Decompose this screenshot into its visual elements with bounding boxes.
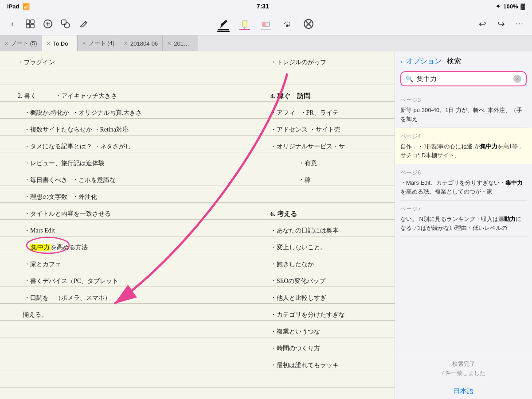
result-text-7: ない。 N別に見るランキング・収入は源動力になる .つばが続かない理由・低いレベ… <box>400 215 527 232</box>
bluetooth-icon: ✦ <box>496 3 501 10</box>
search-box: 🔍 × <box>400 71 527 86</box>
status-right: ✦ 100% ▓ <box>496 3 525 10</box>
result-item-page4[interactable]: ページ4 自作．・1日記事の心にね逃 が集中力を高1等．サチコ* D本棚サイト、 <box>395 128 532 164</box>
chevron-left-icon: ‹ <box>400 58 403 65</box>
more-button[interactable]: ··· <box>512 17 527 31</box>
search-panel-header: ‹ オプション 検索 <box>395 51 532 70</box>
clear-search-button[interactable]: × <box>513 75 521 83</box>
result-item-page7[interactable]: ページ7 ない。 N別に見るランキング・収入は源動力になる .つばが続かない理由… <box>400 201 527 237</box>
svg-rect-0 <box>26 20 30 23</box>
tab-201x[interactable]: ✕ 201… <box>163 35 198 51</box>
result-page-label-6: ページ6 <box>400 169 527 177</box>
tab-label-note4: ノート (4) <box>89 39 115 47</box>
result-page-label-7: ページ7 <box>400 205 527 213</box>
notebook-page: ・プラグイン 2. 書く ・アイキャッチ大きさ ・概説か.特化か ・オリジナル写… <box>0 51 395 399</box>
result-text-4: 自作．・1日記事の心にね逃 が集中力を高1等．サチコ* D本棚サイト、 <box>400 142 527 159</box>
shapes-button[interactable] <box>59 17 73 31</box>
tab-label-201804: 201804-06 <box>130 40 158 47</box>
device-label: iPad <box>7 3 19 10</box>
notebook-content-left: ・プラグイン 2. 書く ・アイキャッチ大きさ ・概説か.特化か ・オリジナル写… <box>18 51 275 323</box>
battery-icon: ▓ <box>521 3 525 10</box>
add-button[interactable] <box>41 17 55 31</box>
tab-close-201x[interactable]: ✕ <box>167 41 171 46</box>
tab-close-todo[interactable]: ✕ <box>47 41 51 46</box>
svg-rect-14 <box>262 22 266 27</box>
tab-label-note5: ノート (5) <box>11 39 37 47</box>
time-display: 7:31 <box>257 3 269 10</box>
tab-label-201x: 201… <box>174 40 193 47</box>
tab-label-todo: To Do <box>53 40 73 47</box>
search-icon: 🔍 <box>406 75 413 82</box>
toolbar-right: ↩ ↪ ··· <box>475 17 527 31</box>
search-results: ページ3 新等 pu 300-40。1日 力が、斬べ_本外注、（手を加え ページ… <box>395 92 532 354</box>
svg-point-7 <box>64 23 70 28</box>
tab-close-201804[interactable]: ✕ <box>124 41 128 46</box>
language-button[interactable]: 日本語 <box>395 384 532 399</box>
search-panel-title: 検索 <box>447 57 461 66</box>
search-footer: 検索完了 4件一致しました <box>395 354 532 384</box>
result-text-6: ・Mars Edit、カテゴリを分りすぎない・集中力を高める琺。複業としてのつが… <box>400 178 527 196</box>
undo-button[interactable]: ↩ <box>475 17 489 31</box>
options-button[interactable]: オプション <box>406 57 442 66</box>
tab-todo[interactable]: ✕ To Do <box>42 35 78 51</box>
search-complete-label: 検索完了 4件一致しました <box>400 360 527 378</box>
result-page-label-4: ページ4 <box>400 132 527 140</box>
highlighter-tool[interactable] <box>238 17 252 31</box>
pen-tool[interactable] <box>216 17 231 31</box>
toolbar-center <box>216 17 316 31</box>
edit-button[interactable] <box>76 17 90 31</box>
result-item-page6[interactable]: ページ6 ・Mars Edit、カテゴリを分りすぎない・集中力を高める琺。複業と… <box>400 164 527 201</box>
result-page-label-3: ページ3 <box>400 96 527 104</box>
notebook-content-right: ・トレジルのがっフ 4. 稼ぐ 訪問 ・アフィ ・PR、ライテ ・アドセンス ・… <box>270 51 386 374</box>
result-item-page3[interactable]: ページ3 新等 pu 300-40。1日 力が、斬べ_本外注、（手を加え <box>400 92 527 128</box>
svg-rect-2 <box>26 24 30 28</box>
svg-point-15 <box>286 25 288 27</box>
status-left: iPad 📶 <box>7 3 30 10</box>
search-box-container: 🔍 × <box>395 70 532 92</box>
tab-close-note5[interactable]: ✕ <box>4 41 8 46</box>
search-complete-count: 4件一致しました <box>400 369 527 378</box>
svg-rect-1 <box>31 20 34 23</box>
tabs-bar: ✕ ノート (5) ✕ To Do ✕ ノート (4) ✕ 201804-06 … <box>0 35 532 51</box>
search-input[interactable] <box>417 75 510 83</box>
result-text-3: 新等 pu 300-40。1日 力が、斬べ_本外注、（手を加え <box>400 106 527 123</box>
status-bar: iPad 📶 7:31 ✦ 100% ▓ <box>0 0 532 12</box>
redo-button[interactable]: ↪ <box>494 17 508 31</box>
toolbar-left: ‹ <box>5 17 90 31</box>
tab-note4[interactable]: ✕ ノート (4) <box>78 35 120 51</box>
svg-rect-3 <box>31 24 34 28</box>
eraser-tool[interactable] <box>259 17 273 31</box>
search-panel: ‹ オプション 検索 🔍 × ページ3 新等 pu 300-40。1日 力が、斬… <box>395 51 532 399</box>
cross-circle-tool[interactable] <box>301 17 316 31</box>
svg-line-9 <box>85 22 86 23</box>
toolbar: ‹ <box>0 12 532 35</box>
battery-label: 100% <box>503 3 518 10</box>
main-area: ・プラグイン 2. 書く ・アイキャッチ大きさ ・概説か.特化か ・オリジナル写… <box>0 51 532 399</box>
lasso-tool[interactable] <box>280 17 294 31</box>
tab-201804[interactable]: ✕ 201804-06 <box>119 35 163 51</box>
wifi-icon: 📶 <box>23 3 30 10</box>
svg-rect-8 <box>62 20 66 24</box>
svg-rect-11 <box>243 20 247 27</box>
back-button[interactable]: ‹ <box>5 17 20 31</box>
grid-button[interactable] <box>23 17 37 31</box>
search-complete-title: 検索完了 <box>400 360 527 369</box>
tab-note5[interactable]: ✕ ノート (5) <box>0 35 42 51</box>
tab-close-note4[interactable]: ✕ <box>82 41 86 46</box>
